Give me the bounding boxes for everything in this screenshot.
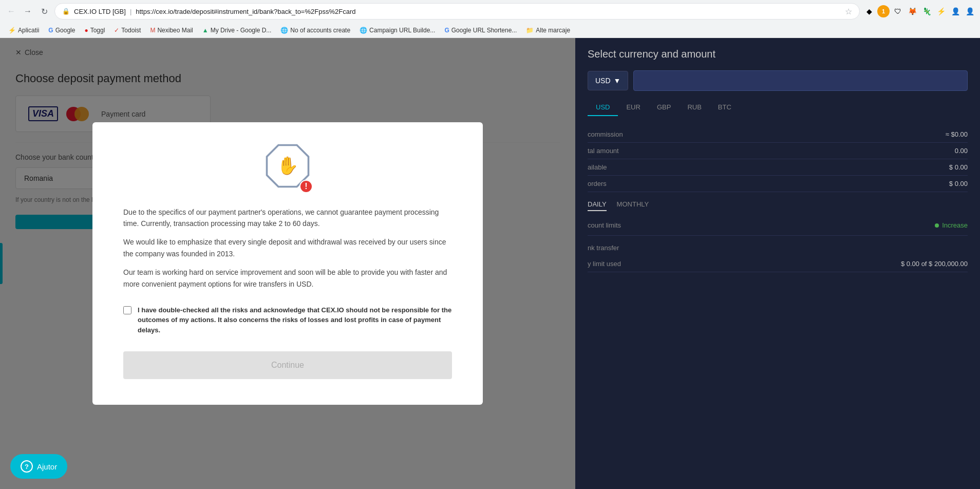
- lock-icon: 🔒: [62, 8, 70, 15]
- drive-icon: ▲: [202, 27, 209, 34]
- notification-icon[interactable]: 1: [877, 5, 890, 17]
- currency-selector[interactable]: USD ▼: [588, 71, 628, 90]
- bookmark-campaign[interactable]: 🌐 Campaign URL Builde...: [355, 25, 439, 35]
- increase-dot-icon: [935, 223, 939, 228]
- bookmark-alte[interactable]: 📁 Alte marcaje: [522, 25, 574, 35]
- toggl-icon: ●: [84, 27, 88, 34]
- bookmark-todoist[interactable]: ✓ Todoist: [110, 25, 145, 35]
- site-label: CEX.IO LTD [GB]: [74, 8, 126, 15]
- mail-icon: M: [150, 27, 155, 34]
- user-icon-2[interactable]: 👤: [964, 5, 976, 17]
- selected-currency: USD: [595, 77, 611, 85]
- currency-tabs: USD EUR GBP RUB BTC: [588, 99, 968, 116]
- limit-used-value: $ 0.00 of $ 200,000.00: [901, 260, 968, 268]
- browser-toolbar: ← → ↻ 🔒 CEX.IO LTD [GB] | https://cex.io…: [0, 0, 980, 23]
- modal-para2: We would like to emphasize that every si…: [123, 236, 452, 259]
- total-label: tal amount: [588, 147, 619, 155]
- total-value: 0.00: [955, 147, 968, 155]
- period-tabs: DAILY MONTHLY: [588, 200, 968, 211]
- increase-label: Increase: [942, 221, 968, 229]
- campaign-icon: 🌐: [360, 27, 367, 34]
- acknowledge-row: I have double-checked all the risks and …: [123, 305, 452, 335]
- page-area: ✕ Close Choose deposit payment method VI…: [0, 38, 980, 489]
- period-tab-monthly[interactable]: MONTHLY: [617, 200, 649, 211]
- acknowledge-label: I have double-checked all the risks and …: [138, 305, 452, 335]
- accounts-icon: 🌐: [280, 27, 288, 34]
- browser-chrome: ← → ↻ 🔒 CEX.IO LTD [GB] | https://cex.io…: [0, 0, 980, 38]
- lizard-icon[interactable]: 🦎: [920, 5, 933, 17]
- available-value: $ 0.00: [949, 163, 968, 171]
- extension-icons: ◆ 1 🛡 🦊 🦎 ⚡ 👤 👤: [863, 5, 976, 17]
- modal-dialog: ✋ ! Due to the specifics of our payment …: [92, 122, 483, 405]
- bookmarks-bar: ⚡ Aplicatii G Google ● Toggl ✓ Todoist M…: [0, 23, 980, 38]
- bookmark-toggl[interactable]: ● Toggl: [80, 25, 109, 35]
- help-button[interactable]: ? Ajutor: [10, 454, 67, 479]
- user-icon-1[interactable]: 👤: [949, 5, 962, 17]
- right-panel: Select currency and amount USD ▼ USD EUR…: [575, 38, 980, 489]
- url-separator: |: [130, 8, 131, 15]
- limit-used-row: y limit used $ 0.00 of $ 200,000.00: [588, 256, 968, 272]
- transfer-section: nk transfer y limit used $ 0.00 of $ 200…: [588, 244, 968, 272]
- bookmark-drive[interactable]: ▲ My Drive - Google D...: [198, 25, 276, 35]
- bookmark-nexibeo[interactable]: M Nexibeo Mail: [146, 25, 197, 35]
- shield-icon[interactable]: 🛡: [892, 5, 904, 17]
- lightning-icon[interactable]: ⚡: [935, 5, 947, 17]
- orders-row: orders $ 0.00: [588, 176, 968, 192]
- available-label: ailable: [588, 163, 607, 171]
- todoist-icon: ✓: [114, 27, 119, 34]
- currency-chevron-icon: ▼: [614, 77, 621, 85]
- modal-para3: Our team is working hard on service impr…: [123, 267, 452, 290]
- commission-value: ≈ $0.00: [946, 130, 968, 138]
- commission-label: commission: [588, 130, 623, 138]
- transfer-label: nk transfer: [588, 244, 968, 252]
- amount-input[interactable]: [633, 70, 968, 91]
- currency-input-row: USD ▼: [588, 70, 968, 91]
- folder-icon: 📁: [526, 27, 534, 34]
- tab-eur[interactable]: EUR: [618, 99, 648, 116]
- back-button[interactable]: ←: [4, 4, 18, 18]
- svg-text:✋: ✋: [277, 155, 299, 176]
- stop-icon-container: ✋ !: [265, 143, 311, 191]
- orders-value: $ 0.00: [949, 180, 968, 187]
- acknowledge-checkbox[interactable]: [123, 306, 131, 314]
- exclamation-badge: !: [299, 180, 313, 193]
- limits-row: count limits Increase: [588, 215, 968, 236]
- tab-rub[interactable]: RUB: [679, 99, 709, 116]
- google-icon: G: [48, 27, 53, 34]
- tab-usd[interactable]: USD: [588, 99, 618, 116]
- bookmark-url-shortener[interactable]: G Google URL Shortene...: [440, 25, 521, 35]
- help-icon: ?: [21, 460, 33, 473]
- orders-label: orders: [588, 180, 607, 187]
- metamask-icon[interactable]: ◆: [863, 5, 875, 17]
- increase-button[interactable]: Increase: [935, 221, 968, 229]
- deposit-page: ✕ Close Choose deposit payment method VI…: [0, 38, 575, 489]
- limit-used-label: y limit used: [588, 260, 621, 268]
- bookmark-aplicatii[interactable]: ⚡ Aplicatii: [4, 25, 43, 35]
- available-row: ailable $ 0.00: [588, 159, 968, 176]
- address-bar[interactable]: 🔒 CEX.IO LTD [GB] | https://cex.io/trade…: [54, 3, 860, 20]
- bookmark-star-icon[interactable]: ☆: [845, 7, 852, 16]
- period-tab-daily[interactable]: DAILY: [588, 200, 607, 211]
- modal-overlay: ✋ ! Due to the specifics of our payment …: [0, 38, 575, 489]
- fox-icon[interactable]: 🦊: [906, 5, 918, 17]
- tab-btc[interactable]: BTC: [710, 99, 740, 116]
- reload-button[interactable]: ↻: [37, 4, 51, 18]
- forward-button[interactable]: →: [21, 4, 35, 18]
- continue-modal-button[interactable]: Continue: [123, 351, 452, 379]
- bookmark-google[interactable]: G Google: [44, 25, 79, 35]
- help-label: Ajutor: [37, 462, 57, 471]
- modal-para1: Due to the specifics of our payment part…: [123, 206, 452, 230]
- apps-icon: ⚡: [8, 27, 16, 34]
- bookmark-accounts[interactable]: 🌐 No of accounts create: [276, 25, 354, 35]
- commission-row: commission ≈ $0.00: [588, 126, 968, 143]
- nav-buttons: ← → ↻: [4, 4, 51, 18]
- total-row: tal amount 0.00: [588, 143, 968, 159]
- limits-label: count limits: [588, 221, 621, 229]
- url-text: https://cex.io/trade/deposit#instrument_…: [136, 8, 841, 15]
- shortener-icon: G: [444, 27, 449, 34]
- right-panel-title: Select currency and amount: [588, 48, 968, 60]
- tab-gbp[interactable]: GBP: [649, 99, 679, 116]
